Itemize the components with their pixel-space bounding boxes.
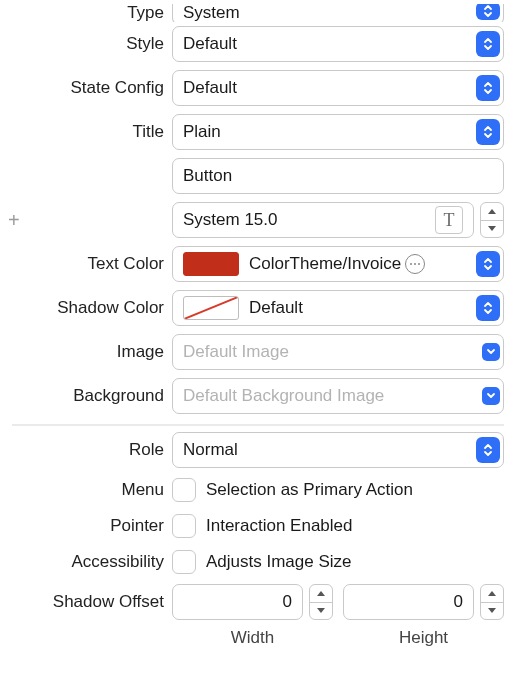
stepper-up[interactable] bbox=[310, 585, 332, 603]
pointer-option: Interaction Enabled bbox=[206, 516, 353, 536]
menu-option: Selection as Primary Action bbox=[206, 480, 413, 500]
pointer-checkbox[interactable] bbox=[172, 514, 196, 538]
chevron-up-down-icon bbox=[476, 437, 500, 463]
height-sublabel: Height bbox=[343, 624, 504, 648]
font-input[interactable]: System 15.0 T bbox=[172, 202, 474, 238]
stepper-down[interactable] bbox=[310, 603, 332, 620]
shadow-offset-width-input[interactable]: 0 bbox=[172, 584, 303, 620]
more-icon bbox=[405, 254, 425, 274]
chevron-up-down-icon bbox=[476, 4, 500, 20]
role-label: Role bbox=[0, 440, 172, 460]
style-popup[interactable]: Default bbox=[172, 26, 504, 62]
font-stepper[interactable] bbox=[480, 202, 504, 238]
type-popup[interactable]: System bbox=[172, 4, 504, 22]
chevron-up-down-icon bbox=[476, 295, 500, 321]
menu-checkbox[interactable] bbox=[172, 478, 196, 502]
accessibility-label: Accessibility bbox=[0, 552, 172, 572]
title-text-input[interactable]: Button bbox=[172, 158, 504, 194]
chevron-up-down-icon bbox=[476, 31, 500, 57]
svg-line-0 bbox=[184, 297, 238, 319]
add-icon[interactable]: + bbox=[8, 209, 20, 232]
width-sublabel: Width bbox=[172, 624, 333, 648]
state-config-value: Default bbox=[173, 78, 473, 98]
title-popup[interactable]: Plain bbox=[172, 114, 504, 150]
state-config-label: State Config bbox=[0, 78, 172, 98]
image-placeholder: Default Image bbox=[173, 342, 482, 362]
style-label: Style bbox=[0, 34, 172, 54]
background-placeholder: Default Background Image bbox=[173, 386, 482, 406]
text-color-popup[interactable]: ColorTheme/Invoice bbox=[172, 246, 504, 282]
font-value: System 15.0 bbox=[183, 210, 278, 230]
title-text-value: Button bbox=[183, 166, 232, 186]
chevron-up-down-icon bbox=[476, 75, 500, 101]
stepper-down[interactable] bbox=[481, 603, 503, 620]
role-value: Normal bbox=[173, 440, 473, 460]
shadow-offset-height-stepper[interactable] bbox=[480, 584, 504, 620]
shadow-offset-width-stepper[interactable] bbox=[309, 584, 333, 620]
type-label: Type bbox=[0, 4, 172, 22]
color-swatch[interactable] bbox=[183, 296, 239, 320]
pointer-label: Pointer bbox=[0, 516, 172, 536]
stepper-up[interactable] bbox=[481, 585, 503, 603]
style-value: Default bbox=[173, 34, 473, 54]
shadow-offset-height-input[interactable]: 0 bbox=[343, 584, 474, 620]
shadow-color-label: Shadow Color bbox=[0, 298, 172, 318]
text-color-value: ColorTheme/Invoice bbox=[249, 254, 401, 274]
background-popup[interactable]: Default Background Image bbox=[172, 378, 504, 414]
background-label: Background bbox=[0, 386, 172, 406]
chevron-down-icon bbox=[482, 387, 500, 405]
image-label: Image bbox=[0, 342, 172, 362]
image-popup[interactable]: Default Image bbox=[172, 334, 504, 370]
accessibility-checkbox[interactable] bbox=[172, 550, 196, 574]
accessibility-option: Adjusts Image Size bbox=[206, 552, 352, 572]
chevron-down-icon bbox=[482, 343, 500, 361]
stepper-up[interactable] bbox=[481, 203, 503, 221]
chevron-up-down-icon bbox=[476, 251, 500, 277]
shadow-color-value: Default bbox=[249, 298, 303, 318]
shadow-offset-label: Shadow Offset bbox=[0, 592, 172, 612]
menu-label: Menu bbox=[0, 480, 172, 500]
text-color-label: Text Color bbox=[0, 254, 172, 274]
role-popup[interactable]: Normal bbox=[172, 432, 504, 468]
type-value: System bbox=[173, 4, 473, 22]
color-swatch[interactable] bbox=[183, 252, 239, 276]
state-config-popup[interactable]: Default bbox=[172, 70, 504, 106]
shadow-color-popup[interactable]: Default bbox=[172, 290, 504, 326]
title-value: Plain bbox=[173, 122, 473, 142]
chevron-up-down-icon bbox=[476, 119, 500, 145]
divider bbox=[12, 424, 504, 426]
stepper-down[interactable] bbox=[481, 221, 503, 238]
font-panel-icon[interactable]: T bbox=[435, 206, 463, 234]
title-label: Title bbox=[0, 122, 172, 142]
